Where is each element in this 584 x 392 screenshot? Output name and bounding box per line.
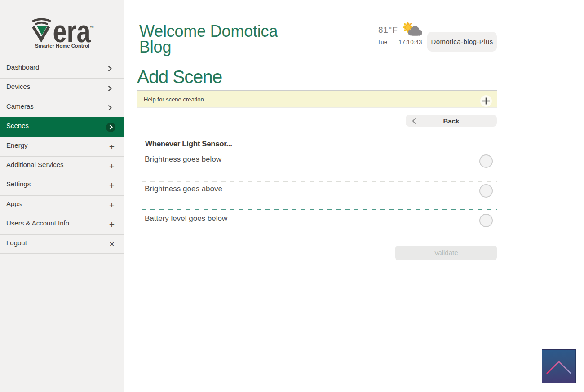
svg-text:Smarter Home Control: Smarter Home Control: [35, 43, 89, 48]
svg-text:™: ™: [90, 26, 94, 30]
